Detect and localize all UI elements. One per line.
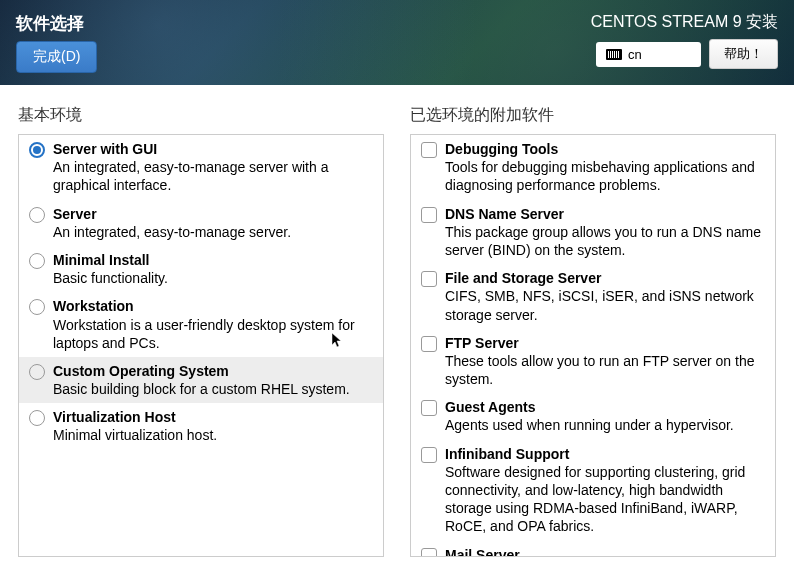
addon-software-list[interactable]: Debugging Tools Tools for debugging misb…	[410, 134, 776, 557]
option-text: File and Storage Server CIFS, SMB, NFS, …	[445, 269, 767, 324]
option-title: Infiniband Support	[445, 445, 767, 463]
option-title: Mail Server	[445, 546, 767, 557]
option-text: Debugging Tools Tools for debugging misb…	[445, 140, 767, 195]
option-description: Agents used when running under a hypervi…	[445, 416, 767, 434]
done-button[interactable]: 完成(D)	[16, 41, 97, 73]
option-title: Custom Operating System	[53, 362, 375, 380]
option-title: Debugging Tools	[445, 140, 767, 158]
addon-software-title: 已选环境的附加软件	[410, 105, 776, 126]
option-text: Server An integrated, easy-to-manage ser…	[53, 205, 375, 241]
header-right: CENTOS STREAM 9 安装 cn 帮助！	[591, 12, 778, 73]
option-text: FTP Server These tools allow you to run …	[445, 334, 767, 389]
header-left: 软件选择 完成(D)	[16, 12, 97, 73]
addon-option[interactable]: Debugging Tools Tools for debugging misb…	[411, 135, 775, 200]
option-description: Tools for debugging misbehaving applicat…	[445, 158, 767, 194]
base-environment-title: 基本环境	[18, 105, 384, 126]
option-text: Minimal Install Basic functionality.	[53, 251, 375, 287]
option-title: Minimal Install	[53, 251, 375, 269]
radio-button[interactable]	[29, 364, 45, 380]
option-description: Workstation is a user-friendly desktop s…	[53, 316, 375, 352]
checkbox[interactable]	[421, 548, 437, 557]
option-description: CIFS, SMB, NFS, iSCSI, iSER, and iSNS ne…	[445, 287, 767, 323]
radio-button[interactable]	[29, 410, 45, 426]
option-title: DNS Name Server	[445, 205, 767, 223]
radio-button[interactable]	[29, 142, 45, 158]
addon-option[interactable]: Mail Server These packages allow you to …	[411, 541, 775, 557]
option-title: Workstation	[53, 297, 375, 315]
addon-option[interactable]: FTP Server These tools allow you to run …	[411, 329, 775, 394]
option-text: Guest Agents Agents used when running un…	[445, 398, 767, 434]
header-controls: cn 帮助！	[596, 39, 778, 69]
environment-option[interactable]: Virtualization Host Minimal virtualizati…	[19, 403, 383, 449]
option-description: An integrated, easy-to-manage server.	[53, 223, 375, 241]
keyboard-icon	[606, 49, 622, 60]
content-area: 基本环境 Server with GUI An integrated, easy…	[0, 85, 794, 577]
option-text: DNS Name Server This package group allow…	[445, 205, 767, 260]
option-title: Guest Agents	[445, 398, 767, 416]
option-description: Software designed for supporting cluster…	[445, 463, 767, 536]
base-environment-column: 基本环境 Server with GUI An integrated, easy…	[18, 105, 384, 557]
environment-option[interactable]: Workstation Workstation is a user-friend…	[19, 292, 383, 357]
option-text: Infiniband Support Software designed for…	[445, 445, 767, 536]
addon-option[interactable]: Guest Agents Agents used when running un…	[411, 393, 775, 439]
option-text: Mail Server These packages allow you to …	[445, 546, 767, 557]
checkbox[interactable]	[421, 447, 437, 463]
environment-option[interactable]: Server An integrated, easy-to-manage ser…	[19, 200, 383, 246]
checkbox[interactable]	[421, 271, 437, 287]
option-description: These tools allow you to run an FTP serv…	[445, 352, 767, 388]
language-indicator[interactable]: cn	[596, 42, 701, 67]
radio-button[interactable]	[29, 253, 45, 269]
option-text: Workstation Workstation is a user-friend…	[53, 297, 375, 352]
help-button[interactable]: 帮助！	[709, 39, 778, 69]
option-title: FTP Server	[445, 334, 767, 352]
checkbox[interactable]	[421, 336, 437, 352]
option-description: An integrated, easy-to-manage server wit…	[53, 158, 375, 194]
environment-option[interactable]: Minimal Install Basic functionality.	[19, 246, 383, 292]
option-title: File and Storage Server	[445, 269, 767, 287]
option-description: This package group allows you to run a D…	[445, 223, 767, 259]
installer-title: CENTOS STREAM 9 安装	[591, 12, 778, 33]
environment-option[interactable]: Custom Operating System Basic building b…	[19, 357, 383, 403]
header-bar: 软件选择 完成(D) CENTOS STREAM 9 安装 cn 帮助！	[0, 0, 794, 85]
checkbox[interactable]	[421, 207, 437, 223]
addon-option[interactable]: Infiniband Support Software designed for…	[411, 440, 775, 541]
option-text: Virtualization Host Minimal virtualizati…	[53, 408, 375, 444]
option-title: Server	[53, 205, 375, 223]
base-environment-list[interactable]: Server with GUI An integrated, easy-to-m…	[18, 134, 384, 557]
language-code: cn	[628, 47, 642, 62]
checkbox[interactable]	[421, 400, 437, 416]
radio-button[interactable]	[29, 207, 45, 223]
environment-option[interactable]: Server with GUI An integrated, easy-to-m…	[19, 135, 383, 200]
page-title: 软件选择	[16, 12, 97, 35]
addon-option[interactable]: DNS Name Server This package group allow…	[411, 200, 775, 265]
option-description: Basic building block for a custom RHEL s…	[53, 380, 375, 398]
option-description: Basic functionality.	[53, 269, 375, 287]
option-description: Minimal virtualization host.	[53, 426, 375, 444]
option-text: Server with GUI An integrated, easy-to-m…	[53, 140, 375, 195]
addon-software-column: 已选环境的附加软件 Debugging Tools Tools for debu…	[410, 105, 776, 557]
option-text: Custom Operating System Basic building b…	[53, 362, 375, 398]
option-title: Server with GUI	[53, 140, 375, 158]
option-title: Virtualization Host	[53, 408, 375, 426]
radio-button[interactable]	[29, 299, 45, 315]
checkbox[interactable]	[421, 142, 437, 158]
addon-option[interactable]: File and Storage Server CIFS, SMB, NFS, …	[411, 264, 775, 329]
